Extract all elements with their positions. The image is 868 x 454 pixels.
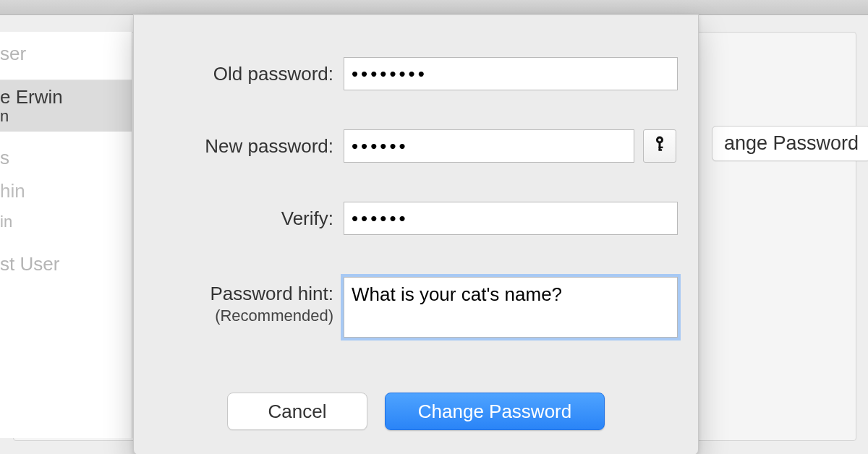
verify-label: Verify: [134, 202, 344, 230]
cancel-button[interactable]: Cancel [227, 393, 367, 430]
old-password-label: Old password: [134, 57, 344, 85]
old-password-field[interactable] [344, 57, 678, 90]
sidebar-item[interactable]: hin [0, 175, 132, 208]
password-hint-label-text: Password hint: [210, 283, 333, 304]
sidebar-item-label: e Erwin [0, 86, 126, 108]
sidebar-header: ser [0, 38, 126, 71]
new-password-label: New password: [134, 129, 344, 158]
change-password-bg-button[interactable]: ange Password [712, 126, 868, 161]
sidebar-item-selected-user[interactable]: e Erwin n [0, 80, 132, 132]
key-icon [652, 134, 668, 158]
new-password-field[interactable] [344, 129, 634, 163]
sidebar-item[interactable]: st User [0, 248, 132, 281]
svg-rect-3 [659, 146, 663, 147]
svg-point-1 [658, 138, 661, 141]
users-sidebar: ser e Erwin n s hin in st User [0, 32, 132, 438]
change-password-sheet: Old password: New password: [133, 14, 699, 454]
sidebar-item-sublabel: in [0, 207, 132, 236]
password-hint-field[interactable] [344, 277, 678, 338]
window-titlebar [0, 0, 868, 15]
dialog-buttons: Cancel Change Password [134, 393, 698, 430]
change-password-button[interactable]: Change Password [385, 393, 605, 430]
sidebar-item[interactable]: s [0, 142, 132, 175]
svg-rect-4 [659, 149, 663, 150]
password-hint-label: Password hint: (Recommended) [134, 277, 344, 326]
sidebar-item-sublabel: n [0, 107, 126, 126]
verify-password-field[interactable] [344, 202, 678, 235]
password-hint-sublabel: (Recommended) [134, 307, 333, 325]
password-assistant-button[interactable] [643, 129, 676, 163]
